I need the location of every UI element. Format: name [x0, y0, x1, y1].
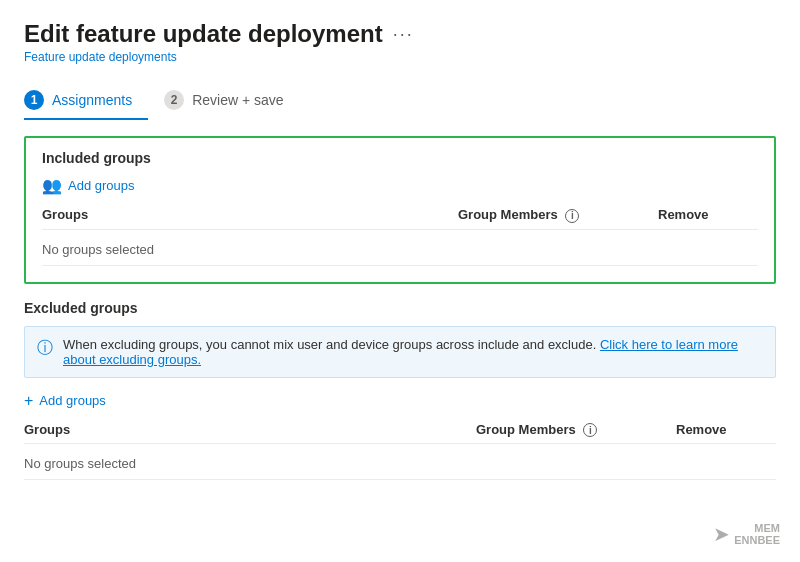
person-icon: 👥 — [42, 176, 62, 195]
excluded-add-groups-button[interactable]: + Add groups — [24, 392, 106, 410]
excl-group-members-info-icon[interactable]: i — [583, 423, 597, 437]
info-banner-text: When excluding groups, you cannot mix us… — [63, 337, 763, 367]
group-members-info-icon[interactable]: i — [565, 209, 579, 223]
excluded-table-header: Groups Group Members i Remove — [24, 422, 776, 445]
tabs-row: 1 Assignments 2 Review + save — [24, 82, 776, 120]
col-groups-header: Groups — [42, 207, 458, 223]
included-add-groups-button[interactable]: 👥 Add groups — [42, 176, 135, 195]
info-banner-icon: ⓘ — [37, 338, 53, 359]
included-table-header: Groups Group Members i Remove — [42, 207, 758, 230]
plus-icon: + — [24, 392, 33, 410]
tab-label-review: Review + save — [192, 92, 283, 108]
tab-review-save[interactable]: 2 Review + save — [164, 82, 299, 120]
breadcrumb[interactable]: Feature update deployments — [24, 50, 776, 64]
excl-col-group-members-header: Group Members i — [476, 422, 676, 438]
no-groups-selected-included: No groups selected — [42, 242, 458, 257]
tab-number-review: 2 — [164, 90, 184, 110]
tab-label-assignments: Assignments — [52, 92, 132, 108]
included-groups-title: Included groups — [42, 150, 758, 166]
logo-icon: ➤ — [713, 522, 730, 546]
excluded-groups-title: Excluded groups — [24, 300, 776, 316]
excluded-table-empty-row: No groups selected — [24, 448, 776, 480]
col-remove-header: Remove — [658, 207, 758, 223]
excl-col-remove-header: Remove — [676, 422, 776, 438]
col-group-members-header: Group Members i — [458, 207, 658, 223]
page-title: Edit feature update deployment — [24, 20, 383, 48]
excl-col-groups-header: Groups — [24, 422, 476, 438]
excluded-groups-section: Excluded groups ⓘ When excluding groups,… — [24, 300, 776, 481]
more-options-icon[interactable]: ··· — [393, 24, 414, 45]
no-groups-selected-excluded: No groups selected — [24, 456, 476, 471]
tab-assignments[interactable]: 1 Assignments — [24, 82, 148, 120]
logo-text: MEM ENNBEE — [734, 522, 780, 546]
included-groups-section: Included groups 👥 Add groups Groups Grou… — [24, 136, 776, 284]
logo-watermark: ➤ MEM ENNBEE — [713, 522, 780, 546]
info-banner: ⓘ When excluding groups, you cannot mix … — [24, 326, 776, 378]
tab-number-assignments: 1 — [24, 90, 44, 110]
content-area: Included groups 👥 Add groups Groups Grou… — [24, 136, 776, 480]
included-table-empty-row: No groups selected — [42, 234, 758, 266]
